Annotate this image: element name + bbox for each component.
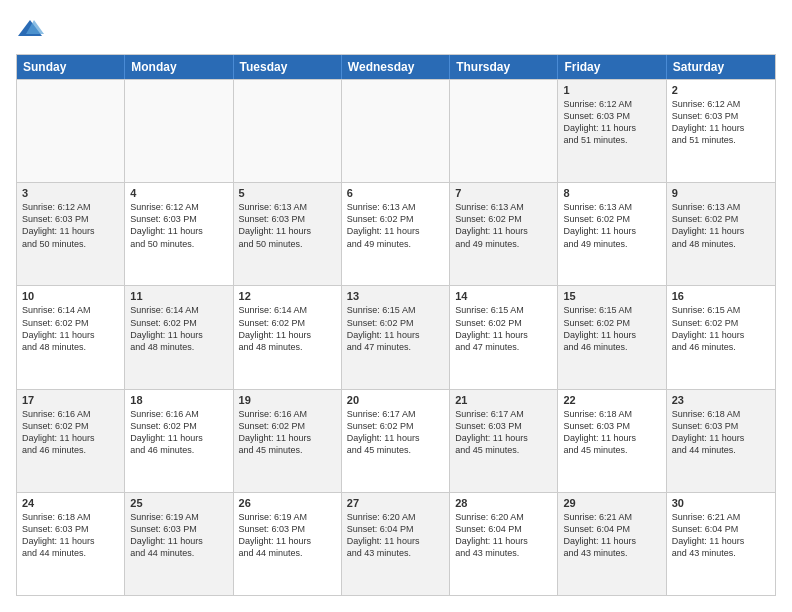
day-number: 14 <box>455 290 552 302</box>
calendar-cell: 27Sunrise: 6:20 AM Sunset: 6:04 PM Dayli… <box>342 493 450 595</box>
calendar-cell <box>17 80 125 182</box>
cell-info: Sunrise: 6:21 AM Sunset: 6:04 PM Dayligh… <box>672 511 770 560</box>
day-number: 22 <box>563 394 660 406</box>
cell-info: Sunrise: 6:15 AM Sunset: 6:02 PM Dayligh… <box>563 304 660 353</box>
calendar-body: 1Sunrise: 6:12 AM Sunset: 6:03 PM Daylig… <box>17 79 775 595</box>
calendar-cell: 3Sunrise: 6:12 AM Sunset: 6:03 PM Daylig… <box>17 183 125 285</box>
calendar-cell: 13Sunrise: 6:15 AM Sunset: 6:02 PM Dayli… <box>342 286 450 388</box>
day-number: 28 <box>455 497 552 509</box>
day-number: 30 <box>672 497 770 509</box>
calendar-row: 24Sunrise: 6:18 AM Sunset: 6:03 PM Dayli… <box>17 492 775 595</box>
day-number: 2 <box>672 84 770 96</box>
calendar-header-cell: Sunday <box>17 55 125 79</box>
calendar-row: 17Sunrise: 6:16 AM Sunset: 6:02 PM Dayli… <box>17 389 775 492</box>
logo-icon <box>16 16 44 44</box>
calendar-cell: 8Sunrise: 6:13 AM Sunset: 6:02 PM Daylig… <box>558 183 666 285</box>
day-number: 3 <box>22 187 119 199</box>
calendar-header-cell: Friday <box>558 55 666 79</box>
cell-info: Sunrise: 6:13 AM Sunset: 6:03 PM Dayligh… <box>239 201 336 250</box>
cell-info: Sunrise: 6:17 AM Sunset: 6:03 PM Dayligh… <box>455 408 552 457</box>
cell-info: Sunrise: 6:12 AM Sunset: 6:03 PM Dayligh… <box>563 98 660 147</box>
cell-info: Sunrise: 6:19 AM Sunset: 6:03 PM Dayligh… <box>239 511 336 560</box>
logo <box>16 16 46 44</box>
day-number: 13 <box>347 290 444 302</box>
cell-info: Sunrise: 6:12 AM Sunset: 6:03 PM Dayligh… <box>672 98 770 147</box>
cell-info: Sunrise: 6:17 AM Sunset: 6:02 PM Dayligh… <box>347 408 444 457</box>
calendar-cell: 6Sunrise: 6:13 AM Sunset: 6:02 PM Daylig… <box>342 183 450 285</box>
calendar-cell: 21Sunrise: 6:17 AM Sunset: 6:03 PM Dayli… <box>450 390 558 492</box>
calendar-cell: 17Sunrise: 6:16 AM Sunset: 6:02 PM Dayli… <box>17 390 125 492</box>
day-number: 18 <box>130 394 227 406</box>
calendar-cell: 26Sunrise: 6:19 AM Sunset: 6:03 PM Dayli… <box>234 493 342 595</box>
cell-info: Sunrise: 6:18 AM Sunset: 6:03 PM Dayligh… <box>563 408 660 457</box>
cell-info: Sunrise: 6:15 AM Sunset: 6:02 PM Dayligh… <box>672 304 770 353</box>
cell-info: Sunrise: 6:13 AM Sunset: 6:02 PM Dayligh… <box>347 201 444 250</box>
calendar-header-row: SundayMondayTuesdayWednesdayThursdayFrid… <box>17 55 775 79</box>
calendar-cell: 4Sunrise: 6:12 AM Sunset: 6:03 PM Daylig… <box>125 183 233 285</box>
calendar-cell: 10Sunrise: 6:14 AM Sunset: 6:02 PM Dayli… <box>17 286 125 388</box>
day-number: 1 <box>563 84 660 96</box>
day-number: 7 <box>455 187 552 199</box>
cell-info: Sunrise: 6:16 AM Sunset: 6:02 PM Dayligh… <box>22 408 119 457</box>
cell-info: Sunrise: 6:12 AM Sunset: 6:03 PM Dayligh… <box>22 201 119 250</box>
cell-info: Sunrise: 6:14 AM Sunset: 6:02 PM Dayligh… <box>22 304 119 353</box>
day-number: 29 <box>563 497 660 509</box>
calendar-cell: 20Sunrise: 6:17 AM Sunset: 6:02 PM Dayli… <box>342 390 450 492</box>
calendar-cell: 2Sunrise: 6:12 AM Sunset: 6:03 PM Daylig… <box>667 80 775 182</box>
day-number: 23 <box>672 394 770 406</box>
cell-info: Sunrise: 6:14 AM Sunset: 6:02 PM Dayligh… <box>239 304 336 353</box>
calendar-cell: 14Sunrise: 6:15 AM Sunset: 6:02 PM Dayli… <box>450 286 558 388</box>
day-number: 11 <box>130 290 227 302</box>
day-number: 24 <box>22 497 119 509</box>
calendar-cell: 1Sunrise: 6:12 AM Sunset: 6:03 PM Daylig… <box>558 80 666 182</box>
calendar-cell: 18Sunrise: 6:16 AM Sunset: 6:02 PM Dayli… <box>125 390 233 492</box>
day-number: 21 <box>455 394 552 406</box>
day-number: 12 <box>239 290 336 302</box>
calendar-cell: 19Sunrise: 6:16 AM Sunset: 6:02 PM Dayli… <box>234 390 342 492</box>
calendar-cell: 22Sunrise: 6:18 AM Sunset: 6:03 PM Dayli… <box>558 390 666 492</box>
calendar-header-cell: Saturday <box>667 55 775 79</box>
day-number: 10 <box>22 290 119 302</box>
cell-info: Sunrise: 6:18 AM Sunset: 6:03 PM Dayligh… <box>22 511 119 560</box>
calendar-cell: 5Sunrise: 6:13 AM Sunset: 6:03 PM Daylig… <box>234 183 342 285</box>
calendar-cell: 11Sunrise: 6:14 AM Sunset: 6:02 PM Dayli… <box>125 286 233 388</box>
cell-info: Sunrise: 6:20 AM Sunset: 6:04 PM Dayligh… <box>455 511 552 560</box>
day-number: 25 <box>130 497 227 509</box>
cell-info: Sunrise: 6:14 AM Sunset: 6:02 PM Dayligh… <box>130 304 227 353</box>
cell-info: Sunrise: 6:13 AM Sunset: 6:02 PM Dayligh… <box>563 201 660 250</box>
day-number: 5 <box>239 187 336 199</box>
calendar-header-cell: Thursday <box>450 55 558 79</box>
day-number: 16 <box>672 290 770 302</box>
day-number: 8 <box>563 187 660 199</box>
calendar-header-cell: Tuesday <box>234 55 342 79</box>
calendar-row: 3Sunrise: 6:12 AM Sunset: 6:03 PM Daylig… <box>17 182 775 285</box>
calendar-row: 1Sunrise: 6:12 AM Sunset: 6:03 PM Daylig… <box>17 79 775 182</box>
cell-info: Sunrise: 6:13 AM Sunset: 6:02 PM Dayligh… <box>672 201 770 250</box>
calendar-cell: 24Sunrise: 6:18 AM Sunset: 6:03 PM Dayli… <box>17 493 125 595</box>
day-number: 6 <box>347 187 444 199</box>
day-number: 20 <box>347 394 444 406</box>
calendar-header-cell: Wednesday <box>342 55 450 79</box>
calendar-cell: 25Sunrise: 6:19 AM Sunset: 6:03 PM Dayli… <box>125 493 233 595</box>
calendar-cell <box>125 80 233 182</box>
cell-info: Sunrise: 6:12 AM Sunset: 6:03 PM Dayligh… <box>130 201 227 250</box>
calendar-row: 10Sunrise: 6:14 AM Sunset: 6:02 PM Dayli… <box>17 285 775 388</box>
day-number: 26 <box>239 497 336 509</box>
day-number: 9 <box>672 187 770 199</box>
calendar-cell <box>342 80 450 182</box>
cell-info: Sunrise: 6:16 AM Sunset: 6:02 PM Dayligh… <box>130 408 227 457</box>
calendar-cell: 15Sunrise: 6:15 AM Sunset: 6:02 PM Dayli… <box>558 286 666 388</box>
calendar-cell: 16Sunrise: 6:15 AM Sunset: 6:02 PM Dayli… <box>667 286 775 388</box>
calendar-cell <box>234 80 342 182</box>
calendar-cell: 9Sunrise: 6:13 AM Sunset: 6:02 PM Daylig… <box>667 183 775 285</box>
calendar-header-cell: Monday <box>125 55 233 79</box>
day-number: 17 <box>22 394 119 406</box>
cell-info: Sunrise: 6:16 AM Sunset: 6:02 PM Dayligh… <box>239 408 336 457</box>
calendar-cell: 23Sunrise: 6:18 AM Sunset: 6:03 PM Dayli… <box>667 390 775 492</box>
cell-info: Sunrise: 6:15 AM Sunset: 6:02 PM Dayligh… <box>347 304 444 353</box>
calendar-cell: 7Sunrise: 6:13 AM Sunset: 6:02 PM Daylig… <box>450 183 558 285</box>
calendar-cell: 29Sunrise: 6:21 AM Sunset: 6:04 PM Dayli… <box>558 493 666 595</box>
calendar-cell <box>450 80 558 182</box>
cell-info: Sunrise: 6:18 AM Sunset: 6:03 PM Dayligh… <box>672 408 770 457</box>
day-number: 27 <box>347 497 444 509</box>
